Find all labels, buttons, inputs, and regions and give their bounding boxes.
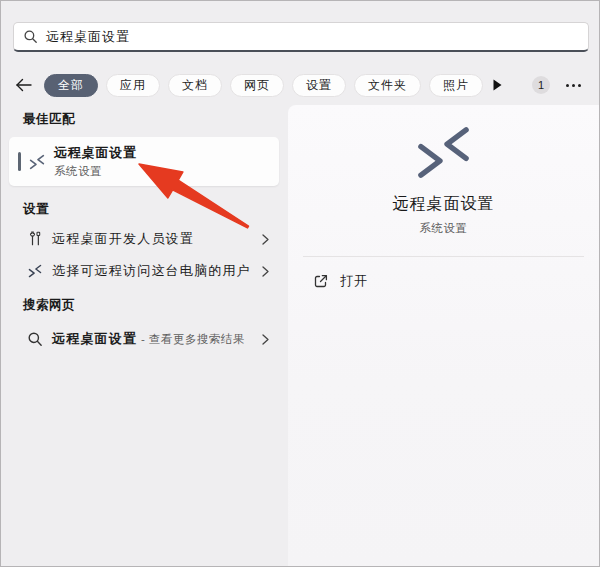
chevron-right-icon[interactable] [262, 334, 269, 345]
chevron-right-icon[interactable] [262, 266, 269, 277]
web-search-query: 远程桌面设置 [52, 331, 137, 346]
best-match-title: 远程桌面设置 [54, 144, 137, 162]
filter-bar: 全部 应用 文档 网页 设置 文件夹 照片 1 [1, 73, 600, 97]
result-remote-desktop-developer-settings[interactable]: 远程桌面开发人员设置 [9, 223, 279, 255]
divider [303, 256, 584, 257]
more-filters-button[interactable] [493, 79, 502, 91]
search-query-text: 远程桌面设置 [46, 28, 130, 46]
remote-desktop-icon [28, 264, 42, 278]
open-external-icon [314, 274, 328, 288]
search-icon [24, 30, 37, 43]
open-action[interactable]: 打开 [310, 270, 372, 292]
play-icon [493, 79, 502, 91]
preview-panel: 远程桌面设置 系统设置 打开 [288, 105, 599, 566]
ellipsis-icon[interactable] [566, 84, 581, 87]
settings-section-header: 设置 [23, 201, 49, 218]
result-label: 远程桌面开发人员设置 [52, 230, 194, 248]
arrow-left-icon [15, 78, 32, 92]
preview-title: 远程桌面设置 [393, 194, 495, 215]
search-flyout-window: 远程桌面设置 全部 应用 文档 网页 设置 文件夹 照片 1 最佳匹配 [0, 0, 600, 567]
result-web-search[interactable]: 远程桌面设置 - 查看更多搜索结果 [9, 323, 279, 355]
filter-tab-settings[interactable]: 设置 [292, 74, 346, 97]
best-match-header: 最佳匹配 [23, 111, 75, 128]
filter-tab-documents[interactable]: 文档 [168, 74, 222, 97]
web-section-header: 搜索网页 [23, 297, 75, 314]
result-select-remote-users[interactable]: 选择可远程访问这台电脑的用户 [9, 255, 279, 287]
developer-tools-icon [28, 231, 43, 247]
search-input[interactable]: 远程桌面设置 [13, 22, 589, 52]
account-badge[interactable]: 1 [532, 76, 550, 94]
back-button[interactable] [15, 78, 32, 92]
filter-tab-all[interactable]: 全部 [44, 74, 98, 97]
filter-tab-photos[interactable]: 照片 [429, 74, 483, 97]
open-action-label: 打开 [340, 272, 368, 290]
remote-desktop-icon [29, 154, 45, 170]
filter-tab-web[interactable]: 网页 [230, 74, 284, 97]
result-label: 选择可远程访问这台电脑的用户 [52, 262, 251, 280]
preview-subtitle: 系统设置 [419, 221, 467, 236]
remote-desktop-icon [415, 124, 472, 181]
filter-tab-folders[interactable]: 文件夹 [354, 74, 421, 97]
selection-accent-bar [18, 152, 21, 171]
best-match-subtitle: 系统设置 [54, 164, 137, 179]
filter-tab-apps[interactable]: 应用 [106, 74, 160, 97]
search-icon [28, 332, 42, 346]
best-match-item[interactable]: 远程桌面设置 系统设置 [9, 137, 279, 186]
results-panel: 最佳匹配 远程桌面设置 系统设置 设置 远程桌面开发人 [1, 101, 288, 566]
chevron-right-icon[interactable] [262, 234, 269, 245]
web-search-suffix: - 查看更多搜索结果 [137, 333, 245, 345]
